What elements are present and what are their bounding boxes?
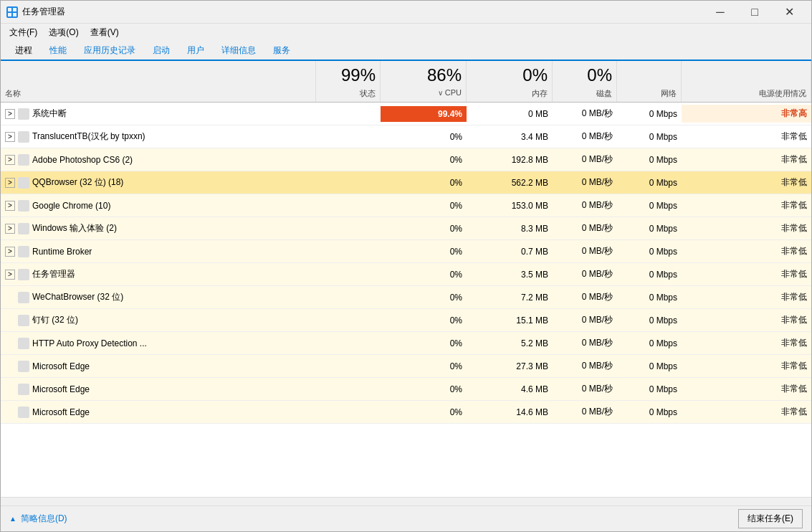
window-controls: ─ □ ✕: [704, 1, 806, 24]
tab-services[interactable]: 服务: [264, 42, 299, 61]
process-status: [316, 272, 381, 277]
end-task-button[interactable]: 结束任务(E): [738, 509, 803, 528]
process-disk: 0 MB/秒: [553, 105, 617, 123]
table-row[interactable]: >Google Chrome (10)0%153.0 MB0 MB/秒0 Mbp…: [1, 194, 811, 217]
process-power: 非常低: [682, 196, 811, 214]
table-row[interactable]: >任务管理器0%3.5 MB0 MB/秒0 Mbps非常低: [1, 263, 811, 286]
table-row[interactable]: >系统中断99.4%0 MB0 MB/秒0 Mbps非常高: [1, 103, 811, 125]
close-button[interactable]: ✕: [773, 1, 806, 24]
process-disk: 0 MB/秒: [553, 151, 617, 168]
process-status: [316, 249, 381, 255]
expand-icon[interactable]: >: [5, 132, 15, 142]
maximize-button[interactable]: □: [738, 1, 771, 24]
col-header-cpu[interactable]: ∨ CPU: [381, 87, 467, 102]
process-name: >系统中断: [1, 105, 316, 123]
table-row[interactable]: Microsoft Edge0%14.6 MB0 MB/秒0 Mbps非常低: [1, 401, 811, 424]
process-name-label: QQBrowser (32 位) (18): [32, 176, 123, 189]
process-network: 0 Mbps: [617, 381, 682, 397]
process-memory: 8.3 MB: [467, 221, 553, 237]
process-network: 0 Mbps: [617, 106, 682, 122]
menu-view[interactable]: 查看(V): [85, 25, 125, 40]
process-disk: 0 MB/秒: [553, 128, 617, 146]
menu-options[interactable]: 选项(O): [43, 25, 84, 40]
expand-icon[interactable]: >: [5, 109, 15, 119]
process-disk: 0 MB/秒: [553, 380, 617, 398]
header-disk-stat: 0%: [467, 61, 553, 87]
expand-icon[interactable]: >: [5, 155, 15, 165]
header-network-stat: 0%: [553, 61, 617, 87]
app-icon: [18, 361, 29, 372]
summary-toggle[interactable]: ▲ 简略信息(D): [9, 513, 67, 525]
summary-label: 简略信息(D): [21, 513, 67, 525]
expand-icon[interactable]: >: [5, 178, 15, 188]
col-header-disk[interactable]: 磁盘: [553, 87, 617, 102]
menu-file[interactable]: 文件(F): [4, 25, 43, 40]
table-row[interactable]: >Adobe Photoshop CS6 (2)0%192.8 MB0 MB/秒…: [1, 148, 811, 171]
process-disk: 0 MB/秒: [553, 196, 617, 214]
table-row[interactable]: >Windows 输入体验 (2)0%8.3 MB0 MB/秒0 Mbps非常低: [1, 217, 811, 240]
table-row[interactable]: Microsoft Edge0%4.6 MB0 MB/秒0 Mbps非常低: [1, 378, 811, 401]
tab-processes[interactable]: 进程: [6, 42, 41, 61]
table-row[interactable]: >QQBrowser (32 位) (18)0%562.2 MB0 MB/秒0 …: [1, 171, 811, 194]
app-icon: [18, 223, 29, 234]
tab-details[interactable]: 详细信息: [213, 42, 264, 61]
process-disk: 0 MB/秒: [553, 403, 617, 421]
table-row[interactable]: HTTP Auto Proxy Detection ...0%5.2 MB0 M…: [1, 332, 811, 355]
process-network: 0 Mbps: [617, 244, 682, 260]
process-network: 0 Mbps: [617, 198, 682, 214]
process-cpu: 0%: [381, 129, 467, 145]
table-row[interactable]: >Runtime Broker0%0.7 MB0 MB/秒0 Mbps非常低: [1, 240, 811, 263]
process-name: Microsoft Edge: [1, 358, 316, 375]
process-memory: 27.3 MB: [467, 358, 553, 374]
expand-icon[interactable]: >: [5, 247, 15, 257]
process-network: 0 Mbps: [617, 175, 682, 191]
process-name-label: 钉钉 (32 位): [32, 314, 78, 326]
process-memory: 153.0 MB: [467, 198, 553, 214]
header-cpu-stat: 99%: [316, 61, 381, 87]
process-name-label: 系统中断: [32, 108, 67, 120]
col-disk-label: 磁盘: [596, 89, 612, 98]
table-body: >系统中断99.4%0 MB0 MB/秒0 Mbps非常高>Translucen…: [1, 103, 811, 497]
process-power: 非常低: [682, 242, 811, 260]
process-cpu: 0%: [381, 358, 467, 374]
col-header-power[interactable]: 电源使用情况: [682, 87, 811, 102]
process-status: [316, 409, 381, 415]
col-header-status[interactable]: 状态: [316, 87, 381, 102]
table-row[interactable]: >TranslucentTB(汉化 by tpxxn)0%3.4 MB0 MB/…: [1, 125, 811, 148]
col-header-name[interactable]: 名称: [1, 87, 316, 102]
app-icon: [18, 200, 29, 212]
process-disk: 0 MB/秒: [553, 288, 617, 306]
tab-performance[interactable]: 性能: [41, 42, 75, 61]
col-header-memory[interactable]: 内存: [467, 87, 553, 102]
col-cpu-label: CPU: [445, 88, 462, 97]
table-row[interactable]: WeChatBrowser (32 位)0%7.2 MB0 MB/秒0 Mbps…: [1, 286, 811, 309]
process-status: [316, 226, 381, 232]
process-name: >Runtime Broker: [1, 243, 316, 260]
svg-rect-3: [13, 13, 16, 16]
table-row[interactable]: Microsoft Edge0%27.3 MB0 MB/秒0 Mbps非常低: [1, 355, 811, 378]
tab-startup[interactable]: 启动: [144, 42, 178, 61]
expand-icon[interactable]: >: [5, 201, 15, 211]
table-row[interactable]: 钉钉 (32 位)0%15.1 MB0 MB/秒0 Mbps非常低: [1, 309, 811, 332]
tab-app-history[interactable]: 应用历史记录: [75, 42, 144, 61]
horizontal-scrollbar[interactable]: [1, 497, 811, 505]
process-power: 非常低: [682, 311, 811, 329]
process-status: [316, 386, 381, 392]
minimize-button[interactable]: ─: [704, 1, 737, 24]
app-icon: [18, 292, 29, 303]
process-disk: 0 MB/秒: [553, 357, 617, 375]
process-name: >任务管理器: [1, 265, 316, 283]
col-header-network[interactable]: 网络: [617, 87, 682, 102]
process-table: 99% 86% 0% 0% 名称 状态 ∨ CPU: [1, 61, 811, 497]
process-name-label: Microsoft Edge: [32, 384, 90, 394]
process-disk: 0 MB/秒: [553, 242, 617, 260]
app-icon: [18, 246, 29, 257]
process-status: [316, 364, 381, 369]
process-name-label: Runtime Broker: [32, 247, 92, 257]
expand-icon[interactable]: >: [5, 224, 15, 234]
tab-users[interactable]: 用户: [178, 42, 213, 61]
app-icon: [18, 315, 29, 326]
process-status: [316, 295, 381, 300]
expand-icon[interactable]: >: [5, 270, 15, 280]
header-extra-spacer: [682, 61, 811, 87]
